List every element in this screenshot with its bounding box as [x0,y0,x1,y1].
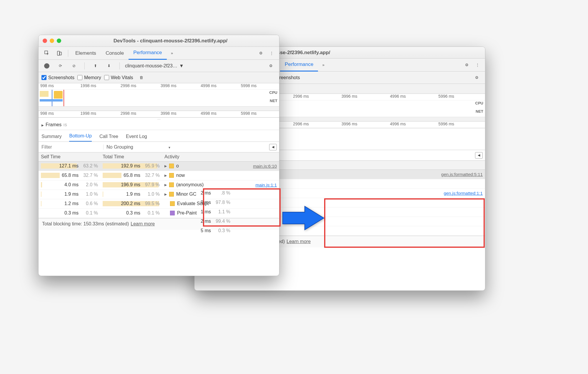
table-row[interactable]: 0.3 ms0.1 %0.3 ms0.1 %Pre-Paint [39,208,279,218]
timeline-tick: 4998 ms [199,111,239,117]
timeline-a[interactable]: 998 ms1998 ms2998 ms3998 ms4998 ms5998 m… [39,83,279,118]
source-link[interactable]: main.js:1:1 [255,182,277,187]
chevron-right-icon[interactable]: ▶ [164,183,167,187]
timeline-tick: 4996 ms [388,122,437,128]
tab-performance[interactable]: Performance [129,47,166,60]
activity-name: Pre-Paint [177,210,197,216]
maximize-window-icon[interactable] [57,39,61,43]
titlebar-a: DevTools - clinquant-mousse-2f2396.netli… [39,35,279,47]
table-row[interactable]: 65.8 ms32.7 %65.8 ms32.7 %▶now [39,171,279,180]
col-self-time[interactable]: Self Time [39,152,100,161]
gear-icon[interactable]: ⚙ [473,74,481,82]
table-row[interactable]: 1.9 ms1.0 %1.9 ms1.0 %▶Minor GC [39,190,279,199]
gear-icon[interactable]: ⚙ [257,49,265,57]
timeline-tick: 5998 ms [239,83,279,89]
tab-console[interactable]: Console [101,47,129,60]
arrow-icon [281,205,325,232]
table-row[interactable]: 127.1 ms63.2 %192.9 ms95.9 %▶omain.js:6:… [39,161,279,171]
table-row[interactable]: 1.2 ms0.6 %200.2 ms99.5 %Evaluate Script [39,199,279,208]
timeline-tick: 3996 ms [340,122,388,128]
chevron-right-icon[interactable]: ▶ [164,174,167,177]
inspect-icon[interactable] [42,49,52,57]
collapse-icon[interactable]: ◀ [269,144,277,150]
traffic-lights [43,39,61,43]
subtab-bottomup[interactable]: Bottom-Up [69,133,91,142]
webvitals-check[interactable]: Web Vitals [104,75,133,80]
script-icon [169,192,174,197]
download-icon[interactable]: ⬇ [105,62,113,70]
activity-name: (anonymous) [176,182,204,187]
activity-name: o [176,163,179,169]
timeline-tick: 5996 ms [437,94,485,100]
filter-row-a: No Grouping ◀ [39,142,279,152]
footer-a: Total blocking time: 150.33ms (estimated… [39,218,279,230]
table-row[interactable]: 4.0 ms2.0 %196.9 ms97.9 %▶(anonymous)mai… [39,180,279,190]
tab-performance-b[interactable]: Performance [280,59,318,72]
window-title-a: DevTools - clinquant-mousse-2f2396.netli… [66,38,275,44]
timeline-tick: 2996 ms [291,122,340,128]
timeline-tick: 2998 ms [119,83,159,89]
timeline-tick: 1998 ms [79,83,119,89]
script-icon [170,201,175,206]
minimize-window-icon[interactable] [50,39,54,43]
activity-table-a: Self Time Total Time Activity 127.1 ms63… [39,152,279,218]
learn-more-link-b[interactable]: Learn more [286,239,311,244]
subtab-eventlog[interactable]: Event Log [126,134,147,142]
tabbar-a: Elements Console Performance » ⚙ ⋮ [39,47,279,60]
timeline-tick: 4998 ms [199,83,239,89]
timeline-tick: 2996 ms [291,94,340,100]
filter-input[interactable] [39,142,103,152]
kebab-icon[interactable]: ⋮ [473,61,482,69]
source-link[interactable]: gen.js:formatted:5:11 [441,172,483,177]
col-activity[interactable]: Activity [162,152,279,161]
activity-name: now [176,173,185,178]
timeline-tick: 4996 ms [388,94,437,100]
timeline-tick: 5998 ms [239,111,279,117]
close-window-icon[interactable] [43,39,47,43]
chevron-right-icon[interactable]: ▶ [164,192,167,196]
activity-name: Minor GC [176,192,196,197]
url-select-a[interactable]: clinquant-mousse-2f23…▼ [125,63,184,69]
paint-icon [170,211,175,215]
col-total-time[interactable]: Total Time [100,152,162,161]
script-icon [169,182,174,187]
timeline-tick: 3996 ms [340,94,388,100]
collapse-icon[interactable]: ◀ [475,152,483,159]
timeline-tick: 3998 ms [159,111,199,117]
tab-elements[interactable]: Elements [71,47,101,60]
script-icon [169,173,174,178]
record-icon[interactable] [43,62,51,70]
gear-icon[interactable]: ⚙ [267,62,275,70]
screenshots-check[interactable]: Screenshots [41,75,74,80]
kebab-icon[interactable]: ⋮ [267,49,276,57]
device-icon[interactable] [54,49,64,57]
more-tabs-icon[interactable]: » [168,49,176,57]
learn-more-link[interactable]: Learn more [131,221,155,227]
trash-icon[interactable]: 🗑 [137,74,146,82]
source-link[interactable]: main.js:6:10 [253,164,277,169]
timeline-tick: 2998 ms [119,111,159,117]
more-tabs-icon[interactable]: » [319,61,327,69]
source-link[interactable]: gen.js:formatted:1:1 [444,191,483,196]
reload-icon[interactable]: ⟳ [56,62,64,70]
timeline-tick: 3998 ms [159,83,199,89]
script-icon [169,164,174,168]
upload-icon[interactable]: ⬆ [91,62,99,70]
timeline-tick: 1998 ms [79,111,119,117]
timeline-tick: 998 ms [39,83,79,89]
chevron-right-icon[interactable]: ▶ [164,164,167,168]
subtab-calltree[interactable]: Call Tree [99,134,118,142]
memory-check[interactable]: Memory [77,75,101,80]
timeline-tick: 5996 ms [437,122,485,128]
gear-icon[interactable]: ⚙ [463,61,471,69]
timeline-tick: 998 ms [39,111,79,117]
toolbar-a: ⟳ ⊘ ⬆ ⬇ clinquant-mousse-2f23…▼ ⚙ [39,60,279,72]
grouping-select[interactable]: No Grouping [103,144,174,150]
checkbox-row: Screenshots Memory Web Vitals 🗑 [39,72,279,83]
subtabs-a: Summary Bottom-Up Call Tree Event Log [39,130,279,142]
subtab-summary[interactable]: Summary [41,134,61,142]
clear-icon[interactable]: ⊘ [70,62,78,70]
